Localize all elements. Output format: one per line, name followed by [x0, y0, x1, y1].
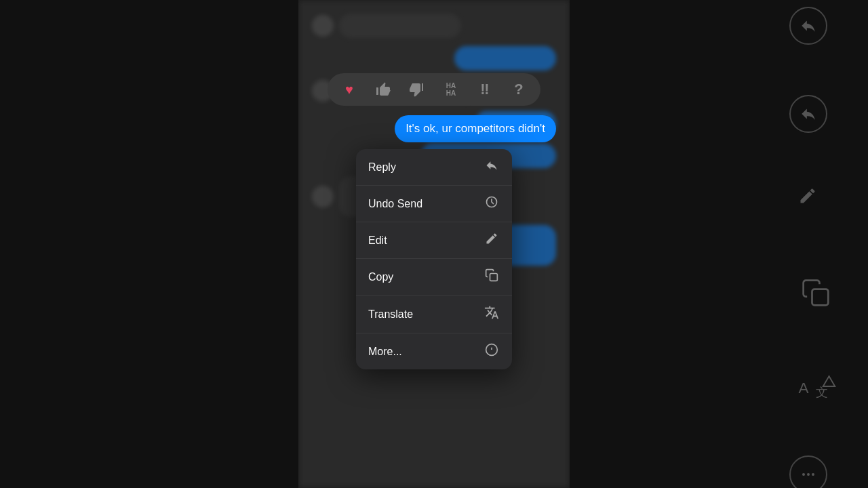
side-translate-icon: A 文 — [797, 369, 837, 406]
translate-label: Translate — [368, 308, 484, 321]
undo-send-menu-item[interactable]: Undo Send — [356, 186, 512, 222]
side-more-icon — [789, 455, 827, 488]
svg-text:A: A — [799, 380, 809, 396]
side-reply-icon-top — [789, 7, 827, 45]
svg-rect-1 — [490, 274, 498, 281]
reaction-bar: ♥ HAHA ‼ ? — [328, 73, 540, 106]
side-copy-icon — [801, 278, 831, 310]
copy-menu-item[interactable]: Copy — [356, 259, 512, 296]
side-edit-icon — [798, 186, 817, 208]
svg-rect-5 — [812, 289, 829, 306]
edit-icon — [484, 232, 500, 249]
reply-icon — [484, 159, 500, 176]
heart-reaction[interactable]: ♥ — [338, 79, 360, 100]
message-text: It's ok, ur competitors didn't — [406, 122, 545, 135]
reply-menu-item[interactable]: Reply — [356, 149, 512, 186]
more-label: More... — [368, 346, 484, 358]
question-reaction[interactable]: ? — [508, 79, 530, 100]
edit-menu-item[interactable]: Edit — [356, 222, 512, 259]
edit-label: Edit — [368, 235, 484, 247]
undo-send-label: Undo Send — [368, 198, 484, 210]
exclamation-reaction[interactable]: ‼ — [474, 79, 496, 100]
svg-point-10 — [812, 473, 814, 476]
more-icon — [484, 343, 500, 360]
translate-menu-item[interactable]: Translate — [356, 296, 512, 333]
side-reply-icon-mid — [789, 95, 827, 133]
svg-point-9 — [807, 473, 810, 476]
reply-label: Reply — [368, 161, 484, 174]
thumbsdown-reaction[interactable] — [406, 79, 428, 100]
left-panel — [0, 0, 298, 488]
right-panel: A 文 — [570, 0, 868, 488]
phone-screen: ♥ HAHA ‼ ? It's ok, ur competitors didn'… — [298, 0, 570, 488]
svg-point-8 — [802, 473, 805, 476]
more-menu-item[interactable]: More... — [356, 333, 512, 369]
undo-send-icon — [484, 195, 500, 212]
haha-reaction[interactable]: HAHA — [440, 79, 462, 100]
copy-icon — [484, 268, 500, 285]
svg-text:文: 文 — [816, 386, 828, 399]
message-bubble: It's ok, ur competitors didn't — [395, 115, 556, 142]
thumbsup-reaction[interactable] — [372, 79, 394, 100]
translate-icon — [484, 305, 500, 323]
context-menu: Reply Undo Send Edit — [356, 149, 512, 369]
copy-label: Copy — [368, 271, 484, 283]
